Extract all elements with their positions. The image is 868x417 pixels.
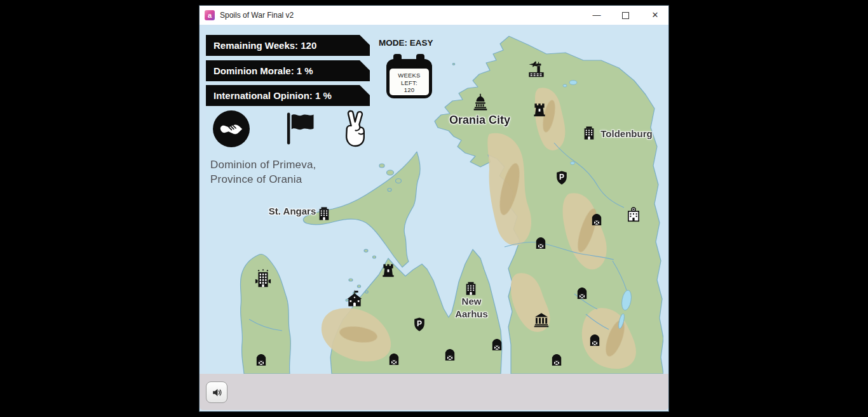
handshake-icon — [218, 121, 245, 138]
marker-police-badge[interactable] — [554, 170, 570, 186]
dominion-morale-bar: Dominion Morale: 1 % — [206, 60, 370, 81]
calendar-ring-icon — [393, 54, 402, 67]
window-titlebar: a Spoils of War Final v2 — ✕ — [200, 6, 668, 25]
close-button[interactable]: ✕ — [646, 6, 664, 25]
desktop-background: a Spoils of War Final v2 — ✕ — [0, 0, 868, 417]
marker-city-building[interactable] — [463, 280, 480, 297]
map-label: Orania City — [449, 114, 510, 127]
marker-bank[interactable] — [533, 312, 550, 329]
marker-barn[interactable] — [575, 286, 590, 301]
weeks-left-calendar: WEEKS LEFT: 120 — [386, 59, 432, 98]
marker-barn[interactable] — [588, 333, 602, 348]
mode-label: MODE: EASY — [379, 38, 433, 48]
marker-airport[interactable] — [527, 60, 546, 79]
region-caption-line1: Dominion of Primeva, — [210, 158, 316, 173]
calendar-line3: 120 — [390, 86, 429, 94]
marker-hospital[interactable] — [625, 206, 642, 223]
map-label: Toldenburg — [600, 128, 652, 139]
game-map: Orania CityToldenburgSt. AngarsNew Aarhu… — [206, 27, 663, 374]
app-icon: a — [205, 10, 215, 20]
volume-button[interactable] — [206, 381, 227, 403]
peace-button[interactable] — [341, 109, 369, 151]
region-caption: Dominion of Primeva, Province of Orania — [210, 158, 316, 187]
diplomacy-button[interactable] — [213, 110, 250, 147]
window-title: Spoils of War Final v2 — [220, 6, 294, 25]
marker-castle[interactable] — [531, 102, 548, 118]
calendar-ring-icon — [416, 54, 424, 67]
calendar-face: WEEKS LEFT: 120 — [390, 69, 429, 95]
surrender-button[interactable] — [285, 112, 315, 148]
remaining-weeks-bar: Remaining Weeks: 120 — [206, 35, 370, 56]
minimize-button[interactable]: — — [588, 6, 606, 25]
calendar-line1: WEEKS — [390, 72, 429, 79]
marker-barn[interactable] — [443, 348, 458, 362]
marker-barn[interactable] — [550, 353, 564, 367]
marker-barn[interactable] — [534, 236, 548, 251]
footer-bar — [200, 374, 668, 410]
victory-hand-icon — [341, 109, 369, 149]
calendar-line2: LEFT: — [390, 79, 429, 87]
app-window: a Spoils of War Final v2 — ✕ — [199, 5, 669, 412]
marker-school[interactable] — [346, 290, 364, 308]
flag-icon — [285, 112, 315, 145]
international-opinion-bar: International Opinion: 1 % — [206, 85, 370, 106]
marker-barn[interactable] — [254, 353, 269, 367]
marker-city-building[interactable] — [581, 124, 598, 142]
map-label: New Aarhus — [451, 295, 492, 321]
map-label: St. Angars — [269, 206, 316, 216]
speaker-icon — [211, 387, 223, 399]
marker-gov-building[interactable] — [253, 268, 274, 289]
maximize-button[interactable] — [616, 6, 634, 25]
maximize-icon — [622, 12, 629, 19]
marker-barn[interactable] — [387, 352, 402, 367]
marker-police-badge[interactable] — [412, 317, 428, 333]
marker-barn[interactable] — [590, 213, 604, 227]
region-caption-line2: Province of Orania — [210, 173, 316, 187]
marker-castle[interactable] — [380, 262, 397, 279]
game-stage: Orania CityToldenburgSt. AngarsNew Aarhu… — [200, 25, 668, 411]
marker-city-building[interactable] — [316, 205, 333, 222]
marker-barn[interactable] — [490, 338, 505, 352]
marker-capitol[interactable] — [471, 93, 491, 112]
